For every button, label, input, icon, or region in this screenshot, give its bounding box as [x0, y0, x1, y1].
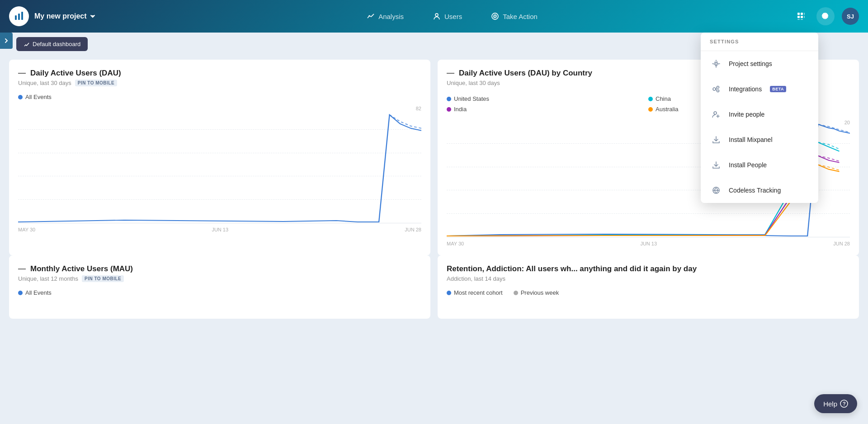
install-mixpanel-icon — [710, 133, 722, 146]
mau-legend: All Events — [18, 289, 52, 296]
svg-rect-9 — [801, 13, 803, 15]
settings-integrations[interactable]: Integrations BETA — [701, 76, 818, 102]
svg-rect-8 — [797, 13, 800, 15]
svg-rect-1 — [18, 14, 20, 20]
retention-card: Retention, Addiction: All users wh... an… — [438, 255, 859, 319]
settings-install-people[interactable]: Install People — [701, 152, 818, 178]
dau-chart-svg — [18, 106, 421, 223]
default-dashboard-button[interactable]: Default dashboard — [16, 37, 88, 51]
main-nav: Analysis Users Take Action — [136, 9, 769, 23]
nav-take-action[interactable]: Take Action — [486, 9, 543, 23]
project-settings-icon — [710, 57, 722, 70]
mau-card: — Monthly Active Users (MAU) Unique, las… — [9, 255, 430, 319]
nav-users[interactable]: Users — [427, 9, 467, 23]
help-button[interactable]: Help ? — [814, 394, 857, 413]
retention-legend-prev: Previous week — [514, 289, 559, 296]
dau-dates: MAY 30 JUN 13 JUN 28 — [18, 227, 421, 232]
mau-subtitle: Unique, last 12 months PIN TO MOBILE — [18, 275, 421, 282]
svg-text:?: ? — [843, 401, 846, 406]
logo — [9, 6, 29, 26]
dau-subtitle: Unique, last 30 days PIN TO MOBILE — [18, 80, 421, 86]
country-dates: MAY 30 JUN 13 JUN 28 — [447, 241, 850, 246]
grid-icon-btn[interactable] — [793, 8, 809, 24]
svg-rect-0 — [15, 15, 17, 20]
retention-legend-recent: Most recent cohort — [447, 289, 503, 296]
svg-point-19 — [717, 86, 719, 89]
codeless-tracking-icon — [710, 184, 722, 197]
retention-title: Retention, Addiction: All users wh... an… — [447, 264, 850, 273]
header-left: My new project — [9, 6, 136, 26]
settings-codeless-tracking[interactable]: Codeless Tracking — [701, 178, 818, 203]
integrations-icon — [710, 83, 722, 95]
project-name[interactable]: My new project — [34, 12, 96, 20]
header: My new project Analysis Users Tak — [0, 0, 868, 33]
settings-dropdown-title: SETTINGS — [701, 33, 818, 51]
dau-chart: 82 — [18, 106, 421, 223]
install-people-icon — [710, 159, 722, 171]
legend-dot-blue — [18, 95, 23, 99]
settings-invite-people[interactable]: Invite people — [701, 102, 818, 127]
svg-rect-14 — [797, 19, 800, 20]
svg-point-17 — [715, 63, 717, 65]
svg-point-20 — [717, 90, 719, 92]
settings-dropdown: SETTINGS Project settings Integrations B… — [701, 33, 818, 203]
nav-analysis[interactable]: Analysis — [361, 9, 409, 23]
settings-project-settings[interactable]: Project settings — [701, 51, 818, 76]
svg-point-7 — [495, 16, 495, 17]
user-avatar[interactable]: SJ — [842, 8, 859, 25]
country-india: India — [447, 104, 648, 114]
svg-line-22 — [716, 89, 717, 90]
svg-rect-11 — [797, 16, 800, 18]
dau-legend: All Events — [18, 94, 421, 100]
mau-title: — Monthly Active Users (MAU) — [18, 264, 421, 273]
svg-point-3 — [369, 15, 370, 17]
settings-install-mixpanel[interactable]: Install Mixpanel — [701, 127, 818, 152]
header-right: SJ — [769, 7, 859, 25]
beta-badge: BETA — [770, 86, 786, 92]
svg-point-18 — [713, 88, 716, 90]
svg-point-23 — [714, 112, 717, 114]
mau-pin-badge[interactable]: PIN TO MOBILE — [82, 275, 124, 282]
retention-subtitle: Addiction, last 14 days — [447, 275, 850, 282]
svg-point-4 — [435, 14, 438, 16]
invite-people-icon — [710, 108, 722, 121]
legend-all-events: All Events — [18, 94, 52, 100]
dau-card: — Daily Active Users (DAU) Unique, last … — [9, 60, 430, 255]
settings-gear-button[interactable] — [816, 7, 835, 25]
svg-rect-12 — [801, 16, 803, 18]
svg-rect-10 — [804, 13, 805, 15]
bottom-cards: — Monthly Active Users (MAU) Unique, las… — [9, 255, 859, 319]
svg-rect-13 — [804, 16, 805, 18]
svg-rect-2 — [21, 12, 23, 20]
svg-line-21 — [716, 88, 717, 89]
svg-rect-15 — [801, 19, 803, 20]
sidebar-toggle[interactable] — [0, 33, 13, 49]
dau-title: — Daily Active Users (DAU) — [18, 69, 421, 78]
pin-to-mobile-badge[interactable]: PIN TO MOBILE — [75, 80, 117, 86]
country-us: United States — [447, 94, 648, 104]
